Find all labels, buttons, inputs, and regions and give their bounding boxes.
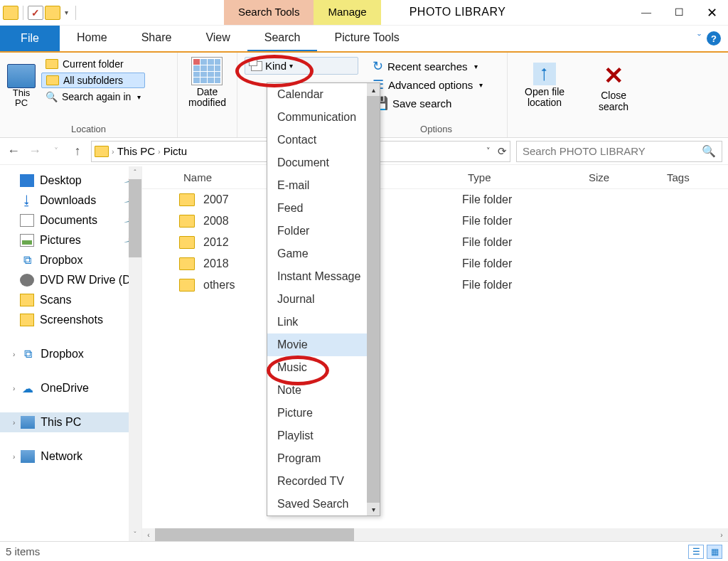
close-search-button[interactable]: ✕ Close search bbox=[589, 60, 638, 115]
kind-option-movie[interactable]: Movie bbox=[267, 333, 380, 356]
this-pc-icon[interactable] bbox=[7, 64, 36, 88]
tab-picture-tools[interactable]: Picture Tools bbox=[317, 26, 416, 51]
calendar-icon bbox=[191, 57, 223, 85]
file-row[interactable]: 20188 2:13 PMFile folder bbox=[142, 253, 728, 274]
date-modified-button[interactable]: Date modified bbox=[188, 57, 226, 109]
kind-option-e-mail[interactable]: E-mail bbox=[267, 174, 380, 197]
breadcrumb-thispc[interactable]: This PC bbox=[117, 145, 155, 157]
file-row[interactable]: 20088 2:13 PMFile folder bbox=[142, 210, 728, 232]
file-row[interactable]: others8 2:12 PMFile folder bbox=[142, 274, 728, 296]
recent-searches-button[interactable]: ↻Recent searches▾ bbox=[373, 57, 500, 75]
scroll-left-icon[interactable]: ‹ bbox=[142, 528, 155, 541]
forward-button[interactable]: → bbox=[27, 144, 43, 159]
ribbon-right: ˇ ? bbox=[690, 26, 728, 51]
search-box[interactable]: Search PHOTO LIBRARY 🔍 bbox=[516, 141, 722, 162]
close-button[interactable]: ✕ bbox=[695, 0, 728, 25]
chevron-right-icon[interactable]: › bbox=[158, 147, 161, 156]
col-tags[interactable]: Tags bbox=[661, 171, 695, 183]
navitem-downloads[interactable]: ⭳Downloads📌 bbox=[0, 191, 141, 210]
navitem-desktop[interactable]: Desktop📌 bbox=[0, 171, 141, 191]
qat-newfolder-icon[interactable] bbox=[45, 6, 60, 20]
scroll-right-icon[interactable]: › bbox=[715, 528, 728, 541]
address-dropdown-icon[interactable]: ˅ bbox=[486, 146, 491, 156]
kind-option-picture[interactable]: Picture bbox=[267, 402, 380, 424]
collapse-ribbon-icon[interactable]: ˇ bbox=[697, 33, 701, 44]
tab-search[interactable]: Search bbox=[247, 26, 318, 51]
navpane-scrollbar[interactable]: ˆ ˇ bbox=[129, 166, 141, 541]
scroll-thumb[interactable] bbox=[129, 179, 141, 257]
scroll-down-icon[interactable]: ▾ bbox=[367, 503, 380, 515]
file-row[interactable]: 20128 2:13 PMFile folder bbox=[142, 232, 728, 253]
kind-option-journal[interactable]: Journal bbox=[267, 288, 380, 311]
tab-file[interactable]: File bbox=[0, 26, 60, 51]
navitem-network[interactable]: ›Network bbox=[0, 447, 141, 466]
qat-customize-icon[interactable]: ▾ bbox=[62, 9, 71, 16]
navitem-scans[interactable]: Scans bbox=[0, 290, 141, 310]
kind-option-game[interactable]: Game bbox=[267, 242, 380, 265]
kind-option-saved-search[interactable]: Saved Search bbox=[267, 493, 380, 515]
kind-option-instant-message[interactable]: Instant Message bbox=[267, 265, 380, 288]
kind-option-calendar[interactable]: Calendar bbox=[267, 83, 380, 106]
tab-view[interactable]: View bbox=[188, 26, 247, 51]
kind-option-feed[interactable]: Feed bbox=[267, 197, 380, 220]
current-folder-button[interactable]: Current folder bbox=[41, 57, 145, 71]
column-headers: Name Type Size Tags bbox=[142, 166, 728, 189]
kind-option-folder[interactable]: Folder bbox=[267, 220, 380, 242]
back-button[interactable]: ← bbox=[6, 144, 21, 159]
scroll-up-icon[interactable]: ▴ bbox=[367, 83, 380, 96]
navitem-dvd[interactable]: DVD RW Drive (D bbox=[0, 270, 141, 290]
search-again-in-button[interactable]: 🔍Search again in▾ bbox=[41, 90, 145, 104]
kind-option-contact[interactable]: Contact bbox=[267, 129, 380, 151]
help-icon[interactable]: ? bbox=[707, 31, 721, 46]
ribbon-close-search: ✕ Close search bbox=[582, 53, 646, 137]
scroll-thumb[interactable] bbox=[367, 96, 380, 503]
file-type: File folder bbox=[462, 236, 583, 249]
status-bar: 5 items ☰ ▦ bbox=[0, 541, 728, 561]
scroll-down-icon[interactable]: ˇ bbox=[129, 528, 141, 541]
scroll-up-icon[interactable]: ˆ bbox=[129, 166, 141, 179]
kind-menu-scrollbar[interactable]: ▴ ▾ bbox=[367, 83, 380, 515]
content-h-scrollbar[interactable]: ‹ › bbox=[142, 528, 728, 541]
col-size[interactable]: Size bbox=[583, 171, 661, 183]
navitem-onedrive[interactable]: ›☁OneDrive bbox=[0, 378, 141, 398]
kind-icon bbox=[251, 61, 262, 71]
qat-properties-icon[interactable]: ✓ bbox=[28, 6, 43, 20]
breadcrumb-pictures[interactable]: Pictu bbox=[164, 145, 187, 157]
tab-home[interactable]: Home bbox=[60, 26, 124, 51]
kind-option-recorded-tv[interactable]: Recorded TV bbox=[267, 470, 380, 493]
up-button[interactable]: ↑ bbox=[70, 144, 85, 159]
col-type[interactable]: Type bbox=[462, 171, 583, 183]
kind-dropdown-menu: CalendarCommunicationContactDocumentE-ma… bbox=[267, 82, 380, 516]
kind-button[interactable]: Kind ▾ bbox=[245, 57, 358, 75]
kind-option-link[interactable]: Link bbox=[267, 311, 380, 333]
kind-option-playlist[interactable]: Playlist bbox=[267, 424, 380, 447]
navitem-dropbox[interactable]: ⧉Dropbox bbox=[0, 250, 141, 270]
scroll-thumb[interactable] bbox=[155, 528, 354, 541]
search-icon[interactable]: 🔍 bbox=[702, 144, 716, 158]
advanced-options-button[interactable]: ☰Advanced options▾ bbox=[373, 75, 500, 94]
kind-option-document[interactable]: Document bbox=[267, 151, 380, 174]
navitem-pictures[interactable]: Pictures📌 bbox=[0, 230, 141, 250]
open-file-location-button[interactable]: ⭡ Open file location bbox=[515, 60, 574, 112]
navitem-dropbox-root[interactable]: ›⧉Dropbox bbox=[0, 344, 141, 364]
navitem-thispc[interactable]: ›This PC bbox=[0, 412, 141, 432]
navitem-screenshots[interactable]: Screenshots bbox=[0, 310, 141, 330]
tab-share[interactable]: Share bbox=[124, 26, 189, 51]
recent-locations-button[interactable]: ˅ bbox=[48, 146, 64, 156]
chevron-right-icon[interactable]: › bbox=[112, 147, 114, 156]
kind-option-program[interactable]: Program bbox=[267, 447, 380, 470]
refresh-button[interactable]: ⟳ bbox=[498, 145, 507, 158]
all-subfolders-button[interactable]: All subfolders bbox=[41, 73, 145, 88]
save-search-button[interactable]: 💾Save search bbox=[373, 94, 500, 112]
navitem-documents[interactable]: Documents📌 bbox=[0, 210, 141, 230]
group-label-options: Options bbox=[373, 122, 500, 136]
kind-option-music[interactable]: Music bbox=[267, 356, 380, 379]
minimize-button[interactable]: — bbox=[630, 0, 663, 25]
maximize-button[interactable]: ☐ bbox=[663, 0, 695, 25]
thumbnails-view-button[interactable]: ▦ bbox=[707, 545, 722, 559]
kind-option-note[interactable]: Note bbox=[267, 379, 380, 402]
details-view-button[interactable]: ☰ bbox=[688, 545, 704, 559]
qat-folder-icon[interactable] bbox=[3, 6, 18, 20]
file-row[interactable]: 20078 2:13 PMFile folder bbox=[142, 189, 728, 210]
kind-option-communication[interactable]: Communication bbox=[267, 106, 380, 129]
